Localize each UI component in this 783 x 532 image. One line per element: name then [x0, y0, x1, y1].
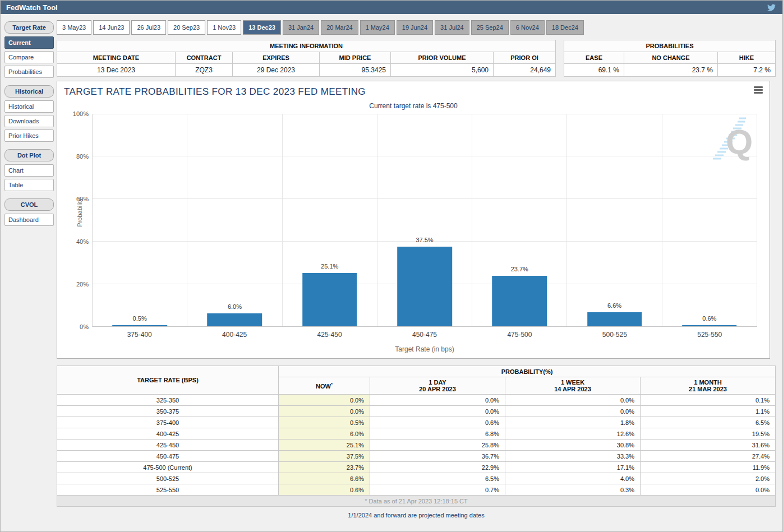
bar-value-label: 0.5% — [93, 315, 187, 322]
top-bar: FedWatch Tool — [1, 1, 782, 14]
tab-31-jul24[interactable]: 31 Jul24 — [435, 20, 469, 35]
probability-bar[interactable] — [112, 325, 167, 326]
y-axis-title: Probability — [76, 198, 83, 226]
one-month-column-header: 1 MONTH21 MAR 2023 — [641, 377, 776, 395]
meeting-date-header: MEETING DATE — [57, 52, 176, 64]
one-day-cell: 0.0% — [370, 395, 505, 406]
one-week-cell: 12.6% — [505, 428, 641, 440]
expires-value: 29 Dec 2023 — [233, 64, 320, 77]
probability-bar[interactable] — [587, 312, 642, 326]
page-layout: Target Rate Current Compare Probabilitie… — [1, 14, 782, 519]
table-row: 500-525 6.6% 6.5% 4.0% 2.0% — [57, 473, 776, 484]
target-rate-bps-header: TARGET RATE (BPS) — [57, 366, 279, 395]
rate-cell: 375-400 — [57, 417, 279, 428]
meeting-date-tabs: 3 May23 14 Jun23 26 Jul23 20 Sep23 1 Nov… — [57, 20, 779, 35]
y-tick-40: 40% — [76, 238, 89, 245]
tab-6-nov24[interactable]: 6 Nov24 — [510, 20, 545, 35]
one-day-cell: 0.7% — [370, 484, 505, 496]
table-row: 375-400 0.5% 0.6% 1.8% 6.5% — [57, 417, 776, 428]
sidebar-item-probabilities[interactable]: Probabilities — [4, 66, 54, 78]
expires-header: EXPIRES — [233, 52, 320, 64]
contract-value: ZQZ3 — [176, 64, 233, 77]
sidebar-item-current[interactable]: Current — [4, 36, 54, 49]
x-category: 400-425 — [187, 331, 282, 339]
one-day-cell: 6.5% — [370, 473, 505, 484]
tab-14-jun23[interactable]: 14 Jun23 — [93, 20, 130, 35]
chart-column: 25.1% — [283, 114, 377, 326]
prior-volume-value: 5,600 — [391, 64, 494, 77]
prior-oi-value: 24,649 — [494, 64, 556, 77]
sidebar-item-chart[interactable]: Chart — [4, 164, 54, 177]
tab-25-sep24[interactable]: 25 Sep24 — [471, 20, 509, 35]
now-cell: 25.1% — [279, 440, 370, 451]
bar-value-label: 25.1% — [283, 263, 377, 270]
tab-20-sep23[interactable]: 20 Sep23 — [168, 20, 205, 35]
bar-value-label: 6.6% — [567, 302, 661, 309]
probability-bar[interactable] — [397, 247, 452, 327]
x-category: 425-450 — [282, 331, 377, 339]
no-change-value: 23.7 % — [624, 64, 718, 77]
no-change-header: NO CHANGE — [624, 52, 718, 64]
now-cell: 0.0% — [279, 406, 370, 417]
tab-13-dec23[interactable]: 13 Dec23 — [243, 20, 281, 35]
tab-3-may23[interactable]: 3 May23 — [57, 20, 91, 35]
tab-19-jun24[interactable]: 19 Jun24 — [397, 20, 433, 35]
tab-18-dec24[interactable]: 18 Dec24 — [546, 20, 584, 35]
one-day-cell: 25.8% — [370, 440, 505, 451]
one-week-cell: 4.0% — [505, 473, 641, 484]
sidebar-item-dashboard[interactable]: Dashboard — [4, 214, 54, 226]
probability-bar[interactable] — [208, 313, 262, 326]
probability-bar[interactable] — [492, 276, 547, 326]
ease-header: EASE — [564, 52, 624, 64]
sidebar-item-compare[interactable]: Compare — [4, 51, 54, 63]
table-row: 350-375 0.0% 0.0% 0.0% 1.1% — [57, 406, 776, 417]
probability-history-table: TARGET RATE (BPS) PROBABILITY(%) NOW* 1 … — [57, 366, 776, 507]
tab-31-jan24[interactable]: 31 Jan24 — [283, 20, 319, 35]
sidebar-item-prior-hikes[interactable]: Prior Hikes — [4, 129, 54, 142]
one-week-cell: 0.3% — [505, 484, 641, 496]
tab-1-nov23[interactable]: 1 Nov23 — [207, 20, 241, 35]
tab-1-may24[interactable]: 1 May24 — [360, 20, 395, 35]
chart-context-menu-icon[interactable] — [754, 86, 763, 95]
table-footnote-row: * Data as of 21 Apr 2023 12:18:15 CT — [57, 496, 776, 507]
sidebar-item-downloads[interactable]: Downloads — [4, 115, 54, 127]
rate-cell: 325-350 — [57, 395, 279, 406]
one-month-cell: 1.1% — [641, 406, 776, 417]
x-category: 450-475 — [377, 331, 472, 339]
hike-value: 7.2 % — [718, 64, 776, 77]
x-axis-category-labels: 375-400 400-425 425-450 450-475 475-500 … — [92, 331, 757, 339]
one-month-cell: 0.0% — [641, 484, 776, 496]
chart-column: 37.5% — [377, 114, 472, 326]
table-row: 325-350 0.0% 0.0% 0.0% 0.1% — [57, 395, 776, 406]
prior-oi-header: PRIOR OI — [494, 52, 556, 64]
now-cell: 6.6% — [279, 473, 370, 484]
sidebar-section-dot-plot: Dot Plot Chart Table — [4, 149, 54, 191]
info-panels: MEETING INFORMATION MEETING DATE CONTRAC… — [57, 40, 779, 77]
one-week-cell: 30.8% — [505, 440, 641, 451]
probability-bar[interactable] — [302, 273, 357, 326]
twitter-icon[interactable] — [767, 3, 777, 12]
sidebar-section-cvol: CVOL Dashboard — [4, 198, 54, 226]
table-row: 475-500 (Current) 23.7% 22.9% 17.1% 11.9… — [57, 462, 776, 473]
one-month-cell: 19.5% — [641, 428, 776, 440]
x-category: 375-400 — [92, 331, 187, 339]
tab-20-mar24[interactable]: 20 Mar24 — [321, 20, 358, 35]
app-title: FedWatch Tool — [6, 3, 58, 12]
one-day-cell: 22.9% — [370, 462, 505, 473]
sidebar-item-historical[interactable]: Historical — [4, 100, 54, 113]
bar-value-label: 6.0% — [187, 303, 282, 310]
sidebar-item-table[interactable]: Table — [4, 179, 54, 191]
y-tick-0: 0% — [80, 323, 89, 330]
table-row: 525-550 0.6% 0.7% 0.3% 0.0% — [57, 484, 776, 496]
rate-cell: 350-375 — [57, 406, 279, 417]
tab-26-jul23[interactable]: 26 Jul23 — [131, 20, 166, 35]
data-as-of-footnote: * Data as of 21 Apr 2023 12:18:15 CT — [57, 496, 776, 507]
main-content: 3 May23 14 Jun23 26 Jul23 20 Sep23 1 Nov… — [57, 20, 782, 519]
chart-column: 0.6% — [662, 114, 757, 326]
chart-column: 6.0% — [187, 114, 282, 326]
rate-cell: 450-475 — [57, 451, 279, 462]
one-month-cell: 2.0% — [641, 473, 776, 484]
now-column-header: NOW* — [279, 377, 370, 395]
one-day-column-header: 1 DAY20 APR 2023 — [370, 377, 505, 395]
probability-bar[interactable] — [682, 325, 737, 326]
